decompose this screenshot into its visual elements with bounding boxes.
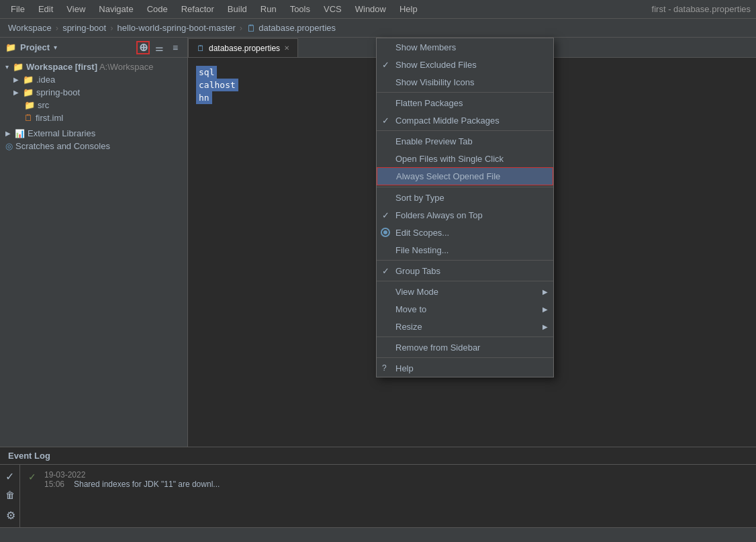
workspace-label: Workspace [first] A:\Workspace [26,62,154,72]
chevron-workspace: ▾ [5,63,9,71]
breadcrumb-springboot[interactable]: spring-boot [62,23,106,33]
menu-help[interactable]: Help [394,3,423,15]
log-entry-details: 19-03-2022 15:06 Shared indexes for JDK … [44,470,220,489]
main-layout: 📁 Project ▾ ⊕ ⚌ ≡ ▾ 📁 Workspace [first] [0,38,756,447]
ctx-show-members[interactable]: Show Members [377,38,553,56]
tab-close-button[interactable]: ✕ [284,44,289,52]
ctx-sep-2 [377,130,553,131]
menu-bar: File Edit View Navigate Code Refactor Bu… [0,0,756,19]
ctx-edit-scopes-label: Edit Scopes... [395,228,449,238]
radio-edit-scopes [381,228,390,237]
tree-item-scratches[interactable]: ◎ Scratches and Consoles [0,140,187,152]
tab-label: database.properties [209,44,280,53]
breadcrumb-workspace[interactable]: Workspace [8,23,52,33]
menu-code[interactable]: Code [142,3,173,15]
ctx-open-files-single-click[interactable]: Open Files with Single Click [377,150,553,167]
ctx-show-excluded-files[interactable]: ✓ Show Excluded Files [377,56,553,73]
ctx-file-nesting[interactable]: File Nesting... [377,241,553,259]
log-checkmark-icon: ✓ [28,471,36,482]
sidebar-header: 📁 Project ▾ ⊕ ⚌ ≡ [0,38,187,58]
ctx-compact-middle-packages[interactable]: ✓ Compact Middle Packages [377,111,553,129]
window-title: first - database.properties [652,4,751,14]
menu-navigate[interactable]: Navigate [93,3,138,15]
bottom-panel: Event Log ✓ 🗑 ✓ 19-03-2022 15:06 Shared … [0,447,756,527]
tree-item-idea[interactable]: ▶ 📁 .idea [0,73,187,86]
sidebar: 📁 Project ▾ ⊕ ⚌ ≡ ▾ 📁 Workspace [first] [0,38,188,447]
menu-run[interactable]: Run [255,3,282,15]
tree-item-src[interactable]: 📁 src [0,99,187,111]
menu-tools[interactable]: Tools [285,3,316,15]
tree-item-springboot[interactable]: ▶ 📁 spring-boot [0,86,187,99]
checkmark-toolbar-icon[interactable]: ✓ [4,469,15,484]
status-bar [0,527,756,542]
ctx-flatten-label: Flatten Packages [395,98,463,108]
ctx-remove-sidebar-label: Remove from Sidebar [395,343,480,353]
editor-text-localhost: calhost [196,79,238,91]
menu-view[interactable]: View [61,3,91,15]
breadcrumb-hello-world[interactable]: hello-world-spring-boot-master [117,23,236,33]
ctx-edit-scopes[interactable]: Edit Scopes... [377,224,553,241]
delete-toolbar-icon[interactable]: 🗑 [4,488,15,502]
check-group-tabs: ✓ [382,266,389,276]
springboot-folder-icon: 📁 [23,87,34,97]
ctx-remove-from-sidebar[interactable]: Remove from Sidebar [377,338,553,356]
ctx-sep-1 [377,92,553,93]
project-tree: ▾ 📁 Workspace [first] A:\Workspace ▶ 📁 .… [0,58,187,447]
ctx-resize[interactable]: Resize [377,318,553,335]
ctx-show-visibility-icons[interactable]: Show Visibility Icons [377,73,553,91]
breadcrumb-sep-3: › [240,23,242,33]
log-time: 15:06 [44,480,68,489]
ctx-file-nesting-label: File Nesting... [395,245,448,255]
tree-item-external-libs[interactable]: ▶ 📊 External Libraries [0,127,187,140]
plus-circle-icon: ⊕ [139,41,148,54]
event-log-content: ✓ 19-03-2022 15:06 Shared indexes for JD… [20,465,228,527]
check-folders-top: ✓ [382,210,389,220]
radio-inner [383,230,387,234]
ctx-view-mode-label: View Mode [395,287,438,297]
ctx-folders-always-on-top[interactable]: ✓ Folders Always on Top [377,206,553,224]
ctx-group-tabs-label: Group Tabs [395,266,440,276]
ctx-enable-preview-tab[interactable]: Enable Preview Tab [377,132,553,150]
project-folder-icon: 📁 [5,42,16,52]
ctx-move-to[interactable]: Move to [377,300,553,318]
ctx-move-to-label: Move to [395,304,426,314]
menu-refactor[interactable]: Refactor [176,3,220,15]
breadcrumb-file[interactable]: 🗒 database.properties [246,23,336,34]
ctx-view-mode[interactable]: View Mode [377,283,553,300]
event-log-header: Event Log [0,447,756,465]
ctx-resize-label: Resize [395,322,422,332]
context-menu: Show Members ✓ Show Excluded Files Show … [376,38,554,377]
file-icon: 🗒 [246,23,256,34]
ctx-flatten-packages[interactable]: Flatten Packages [377,94,553,111]
view-options-button[interactable]: ≡ [169,41,182,54]
project-dropdown-arrow[interactable]: ▾ [54,44,57,51]
tree-item-workspace[interactable]: ▾ 📁 Workspace [first] A:\Workspace [0,60,187,73]
chevron-ext-libs: ▶ [5,130,11,137]
tree-item-firstiml[interactable]: 🗒 first.iml [0,111,187,124]
main-content: 🗒 database.properties ✕ sql calhost hn S… [188,38,756,447]
chevron-springboot: ▶ [13,89,19,96]
gear-button[interactable]: ⚙ [3,507,19,523]
scroll-from-source-button[interactable]: ⚌ [152,41,166,54]
tab-database-properties[interactable]: 🗒 database.properties ✕ [188,38,298,57]
ctx-sort-by-type[interactable]: Sort by Type [377,189,553,206]
ctx-always-select-opened-file[interactable]: Always Select Opened File [377,167,553,185]
log-entry-1: ✓ 19-03-2022 15:06 Shared indexes for JD… [28,470,220,489]
menu-window[interactable]: Window [350,3,391,15]
springboot-label: spring-boot [36,87,80,97]
menu-build[interactable]: Build [222,3,252,15]
ctx-show-excluded-label: Show Excluded Files [395,60,477,70]
check-compact-middle: ✓ [382,116,389,126]
ctx-group-tabs[interactable]: ✓ Group Tabs [377,262,553,279]
ctx-help[interactable]: ? Help [377,359,553,377]
menu-vcs[interactable]: VCS [318,3,347,15]
add-content-button[interactable]: ⊕ [136,41,150,54]
log-message: Shared indexes for JDK "11" are downl... [74,480,220,489]
workspace-icon: 📁 [13,62,23,72]
menu-edit[interactable]: Edit [33,3,58,15]
breadcrumb-sep-1: › [56,23,58,33]
question-icon: ? [382,363,387,373]
gear-icon: ⚙ [6,509,15,522]
ctx-sep-4 [377,260,553,261]
menu-file[interactable]: File [5,3,30,15]
